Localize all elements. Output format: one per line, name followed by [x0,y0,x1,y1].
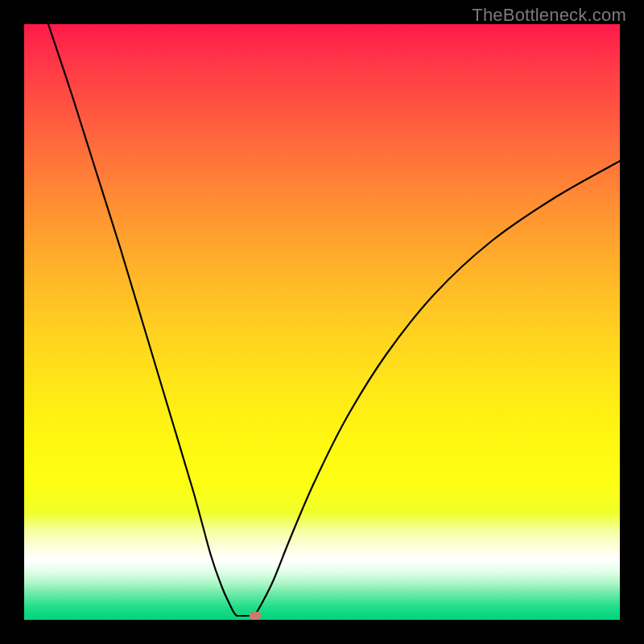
curve-svg [24,24,620,620]
plot-area [24,24,620,620]
watermark-text: TheBottleneck.com [472,5,626,26]
bottleneck-curve [48,24,620,616]
highlight-marker [250,612,262,621]
